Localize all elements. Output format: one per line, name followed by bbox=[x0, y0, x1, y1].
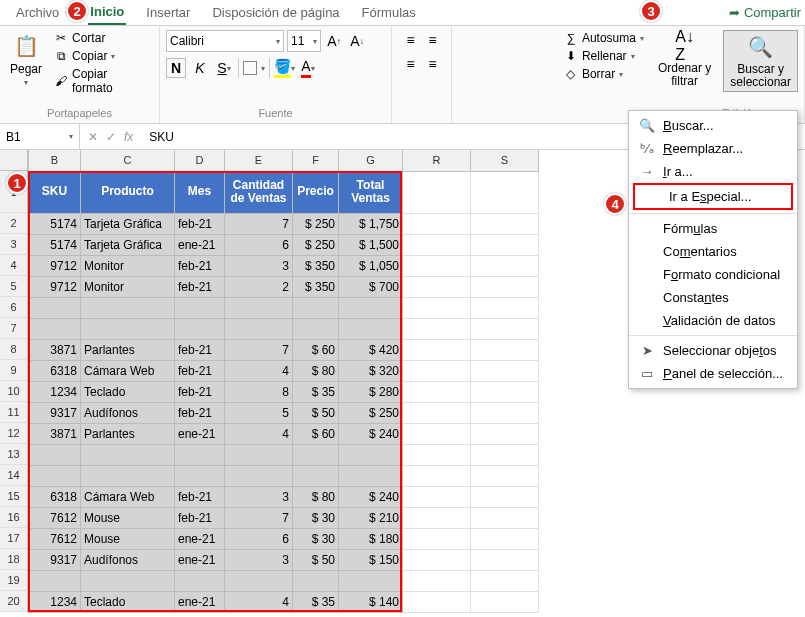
clear-button[interactable]: ◇Borrar ▾ bbox=[562, 66, 646, 82]
cell[interactable]: 8 bbox=[225, 381, 293, 402]
cell[interactable] bbox=[471, 570, 539, 591]
row-header[interactable]: 14 bbox=[0, 465, 27, 486]
cell[interactable]: 3 bbox=[225, 255, 293, 276]
cell[interactable]: 7612 bbox=[29, 507, 81, 528]
table-row[interactable]: 5174Tarjeta Gráficafeb-217$ 250$ 1,750 bbox=[29, 213, 539, 234]
tab-insertar[interactable]: Insertar bbox=[144, 1, 192, 24]
menu-buscar[interactable]: 🔍Buscar... bbox=[629, 114, 797, 137]
format-painter-button[interactable]: 🖌Copiar formato bbox=[52, 66, 153, 96]
cell[interactable]: ene-21 bbox=[175, 423, 225, 444]
menu-validacion[interactable]: Validación de datos bbox=[629, 309, 797, 332]
cell[interactable]: 2 bbox=[225, 276, 293, 297]
cell[interactable]: $ 150 bbox=[339, 549, 403, 570]
menu-objetos[interactable]: ➤Seleccionar objetos bbox=[629, 339, 797, 362]
row-header[interactable]: 3 bbox=[0, 234, 27, 255]
cell[interactable] bbox=[403, 171, 471, 213]
cell[interactable] bbox=[403, 402, 471, 423]
cell[interactable] bbox=[81, 570, 175, 591]
cell[interactable] bbox=[403, 360, 471, 381]
align-left-button[interactable]: ≡ bbox=[401, 54, 421, 74]
fill-button[interactable]: ⬇Rellenar ▾ bbox=[562, 48, 646, 64]
cell[interactable]: Audífonos bbox=[81, 402, 175, 423]
cell[interactable]: 4 bbox=[225, 360, 293, 381]
cell[interactable]: ene-21 bbox=[175, 591, 225, 612]
cell[interactable]: feb-21 bbox=[175, 381, 225, 402]
cell[interactable] bbox=[81, 318, 175, 339]
cell[interactable] bbox=[29, 444, 81, 465]
row-header[interactable]: 4 bbox=[0, 255, 27, 276]
cell[interactable]: $ 50 bbox=[293, 549, 339, 570]
cell[interactable] bbox=[175, 297, 225, 318]
cell[interactable] bbox=[471, 507, 539, 528]
cell[interactable] bbox=[471, 381, 539, 402]
cell[interactable]: feb-21 bbox=[175, 486, 225, 507]
menu-comentarios[interactable]: Comentarios bbox=[629, 240, 797, 263]
cell[interactable]: $ 280 bbox=[339, 381, 403, 402]
table-row[interactable]: SKUProductoMesCantidad de VentasPrecioTo… bbox=[29, 171, 539, 213]
cell[interactable]: Precio bbox=[293, 171, 339, 213]
cell[interactable]: $ 80 bbox=[293, 360, 339, 381]
cell[interactable] bbox=[471, 213, 539, 234]
menu-panel[interactable]: ▭Panel de selección... bbox=[629, 362, 797, 385]
cell[interactable] bbox=[175, 444, 225, 465]
cell[interactable]: feb-21 bbox=[175, 213, 225, 234]
font-name-select[interactable]: Calibri▾ bbox=[166, 30, 284, 52]
cell[interactable]: feb-21 bbox=[175, 276, 225, 297]
cell[interactable] bbox=[29, 465, 81, 486]
cell[interactable]: 3871 bbox=[29, 423, 81, 444]
cell[interactable]: $ 240 bbox=[339, 423, 403, 444]
cell[interactable] bbox=[225, 570, 293, 591]
table-row[interactable]: 9712Monitorfeb-212$ 350$ 700 bbox=[29, 276, 539, 297]
table-row[interactable] bbox=[29, 297, 539, 318]
col-header-B[interactable]: B bbox=[29, 150, 81, 171]
cell[interactable]: $ 210 bbox=[339, 507, 403, 528]
row-header[interactable]: 19 bbox=[0, 570, 27, 591]
cell[interactable]: Cámara Web bbox=[81, 486, 175, 507]
cell[interactable]: 7 bbox=[225, 339, 293, 360]
cell[interactable] bbox=[403, 549, 471, 570]
col-header-G[interactable]: G bbox=[339, 150, 403, 171]
cell[interactable]: $ 140 bbox=[339, 591, 403, 612]
cell[interactable] bbox=[339, 297, 403, 318]
row-header[interactable]: 13 bbox=[0, 444, 27, 465]
cell[interactable]: ene-21 bbox=[175, 528, 225, 549]
cell[interactable] bbox=[403, 318, 471, 339]
cell[interactable]: $ 60 bbox=[293, 339, 339, 360]
cell[interactable]: Producto bbox=[81, 171, 175, 213]
cell[interactable]: Mouse bbox=[81, 507, 175, 528]
cell[interactable] bbox=[225, 297, 293, 318]
cell[interactable]: 9712 bbox=[29, 276, 81, 297]
cell[interactable] bbox=[403, 528, 471, 549]
formula-value[interactable]: SKU bbox=[141, 130, 182, 144]
tab-archivo[interactable]: Archivo bbox=[14, 1, 61, 24]
cell[interactable] bbox=[471, 339, 539, 360]
cell[interactable]: 7 bbox=[225, 213, 293, 234]
bold-button[interactable]: N bbox=[166, 58, 186, 78]
menu-ir-a-especial[interactable]: Ir a Especial... bbox=[633, 183, 793, 210]
name-box[interactable]: B1▾ bbox=[0, 124, 80, 149]
cell[interactable] bbox=[471, 360, 539, 381]
row-header[interactable]: 7 bbox=[0, 318, 27, 339]
cell[interactable]: 4 bbox=[225, 423, 293, 444]
cell[interactable]: ene-21 bbox=[175, 549, 225, 570]
cell[interactable]: 9317 bbox=[29, 402, 81, 423]
cell[interactable] bbox=[403, 591, 471, 612]
cell[interactable] bbox=[175, 465, 225, 486]
font-color-button[interactable]: A▾ bbox=[298, 58, 318, 78]
cell[interactable]: Monitor bbox=[81, 276, 175, 297]
cell[interactable] bbox=[339, 444, 403, 465]
col-header-S[interactable]: S bbox=[471, 150, 539, 171]
row-header[interactable]: 5 bbox=[0, 276, 27, 297]
paste-button[interactable]: 📋 Pegar ▾ bbox=[6, 30, 46, 89]
cell[interactable]: Teclado bbox=[81, 591, 175, 612]
cell[interactable]: $ 35 bbox=[293, 591, 339, 612]
cell[interactable]: 5174 bbox=[29, 213, 81, 234]
cell[interactable]: Parlantes bbox=[81, 339, 175, 360]
cell[interactable]: 5174 bbox=[29, 234, 81, 255]
cell[interactable] bbox=[81, 444, 175, 465]
cell[interactable]: $ 250 bbox=[293, 234, 339, 255]
tab-inicio[interactable]: Inicio bbox=[88, 0, 126, 25]
cell[interactable] bbox=[471, 234, 539, 255]
cell[interactable] bbox=[175, 570, 225, 591]
cell[interactable]: $ 50 bbox=[293, 402, 339, 423]
